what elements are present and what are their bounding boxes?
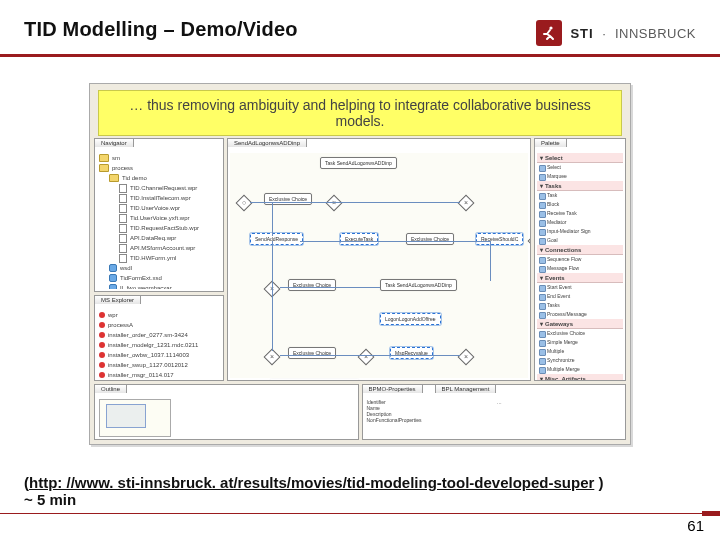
palette-item[interactable]: Marquee (537, 172, 623, 181)
model-icon (99, 352, 105, 358)
gate-x5-icon[interactable]: × (358, 349, 375, 366)
tree-item[interactable]: wpr (99, 310, 221, 320)
blue-icon (109, 274, 117, 282)
tree-item[interactable]: TidFormExt.xsd (99, 273, 221, 283)
palette-item[interactable]: Simple Merge (537, 338, 623, 347)
bpl-mgmt-tab[interactable]: BPL Management (435, 384, 497, 393)
node-logonadd[interactable]: LogonLogonAddOffree (380, 313, 441, 325)
chevron-down-icon: ▾ (540, 182, 543, 189)
outline-minimap[interactable] (99, 399, 171, 437)
palette-item[interactable]: Start Event (537, 283, 623, 292)
tree-item[interactable]: Tid.UserVoice.yxft.wpr (99, 213, 221, 223)
gate-end-icon[interactable]: ● (528, 233, 531, 250)
palette-item[interactable]: Multiple Merge (537, 365, 623, 374)
node-exclusive-3[interactable]: Exclusive Choice (288, 279, 336, 291)
properties-tab[interactable]: BPMO-Properties (362, 384, 423, 393)
node-exclusive-4[interactable]: Exclusive Choice (288, 347, 336, 359)
palette-item[interactable]: Input-Mediator Sign (537, 227, 623, 236)
gate-x4-icon[interactable]: × (264, 349, 281, 366)
palette-group-header[interactable]: ▾Select (537, 153, 623, 163)
node-task2[interactable]: Task SendAdLogonwsADDinp (380, 279, 457, 291)
diagram-canvas[interactable]: SendAdLogonwsADDinp Task SendAdLogonwsAD… (227, 138, 531, 381)
tree-item-label: TID.InstallTelecom.wpr (130, 193, 191, 203)
node-task-header[interactable]: Task SendAdLogonwsADDinp (320, 157, 397, 169)
tree-item-label: Tid demo (122, 173, 147, 183)
file-icon (119, 194, 127, 203)
palette-item[interactable]: Select (537, 163, 623, 172)
palette-item[interactable]: Message Flow (537, 264, 623, 273)
node-exclusive-2[interactable]: Exclusive Choice (406, 233, 454, 245)
palette-group-label: Tasks (545, 183, 562, 189)
tree-item[interactable]: TID.InstallTelecom.wpr (99, 193, 221, 203)
palette-group-header[interactable]: ▾Tasks (537, 181, 623, 191)
video-link[interactable]: http: //www. sti-innsbruck. at/results/m… (29, 474, 594, 491)
tree-item[interactable]: TID.HWForm.yml (99, 253, 221, 263)
tree-item[interactable]: sm (99, 153, 221, 163)
palette-tab[interactable]: Palette (534, 138, 567, 147)
palette-item[interactable]: Sequence Flow (537, 255, 623, 264)
tree-item[interactable]: API.MSformAccount.wpr (99, 243, 221, 253)
palette-item[interactable]: Block (537, 200, 623, 209)
property-cell (497, 417, 623, 423)
tree-item[interactable]: TID.ChannelRequest.wpr (99, 183, 221, 193)
page-title: TID Modelling – Demo/Video (24, 18, 298, 41)
model-icon (99, 372, 105, 378)
tree-item-label: installer_owbw_1037.1114003 (108, 350, 189, 360)
outline-pane[interactable]: Outline (94, 384, 359, 440)
navigator-tab[interactable]: Navigator (94, 138, 134, 147)
palette-pane[interactable]: Palette ▾SelectSelectMarquee▾TasksTaskBl… (534, 138, 626, 381)
palette-item[interactable]: End Event (537, 292, 623, 301)
canvas-tab[interactable]: SendAdLogonwsADDinp (227, 138, 307, 147)
ms-explorer-pane[interactable]: MS Explorer wprprocessAinstaller_order_0… (94, 295, 224, 381)
gate-x1-icon[interactable]: × (326, 195, 343, 212)
canvas-inner[interactable]: Task SendAdLogonwsADDinp ○ Exclusive Cho… (230, 153, 528, 378)
tree-item[interactable]: installer_swup_1127.0012012 (99, 360, 221, 370)
palette-item[interactable]: Synchronize (537, 356, 623, 365)
outline-tab[interactable]: Outline (94, 384, 127, 393)
tree-item[interactable]: installer_msgr_0114.017 (99, 370, 221, 378)
gate-x2-icon[interactable]: × (458, 195, 475, 212)
tree-item[interactable]: II_fwo.wegmbacxar (99, 283, 221, 289)
palette-item[interactable]: Receive Task (537, 209, 623, 218)
palette-group-header[interactable]: ▾Events (537, 273, 623, 283)
palette-group-header[interactable]: ▾Connections (537, 245, 623, 255)
tree-item[interactable]: wsdl (99, 263, 221, 273)
node-recv2[interactable]: MsgRecvvalue (390, 347, 433, 359)
chevron-down-icon: ▾ (540, 154, 543, 161)
palette-item[interactable]: Task (537, 191, 623, 200)
gate-x6-icon[interactable]: × (458, 349, 475, 366)
minimap-viewport[interactable] (106, 404, 146, 428)
palette-group-header[interactable]: ▾Misc. Artifacts (537, 374, 623, 381)
node-sendadd[interactable]: SendAddResponse (250, 233, 303, 245)
tree-item-label: TID.RequestFactStub.wpr (130, 223, 199, 233)
tree-item[interactable]: processA (99, 320, 221, 330)
palette-item[interactable]: Exclusive Choice (537, 329, 623, 338)
brand-logo: STI · INNSBRUCK (536, 18, 696, 46)
palette-item[interactable]: Mediator (537, 218, 623, 227)
tree-item[interactable]: installer_owbw_1037.1114003 (99, 350, 221, 360)
tree-item-label: installer_modelgr_1231.mdc.0211 (108, 340, 198, 350)
ms-explorer-tab[interactable]: MS Explorer (94, 295, 141, 304)
navigator-pane[interactable]: Navigator smprocessTid demoTID.ChannelRe… (94, 138, 224, 292)
palette-item[interactable]: Goal (537, 236, 623, 245)
tree-item[interactable]: TID.RequestFactStub.wpr (99, 223, 221, 233)
logo-mark-icon (536, 20, 562, 46)
tree-item[interactable]: Tid demo (99, 173, 221, 183)
node-receive[interactable]: ReceiveShouldC (476, 233, 523, 245)
node-synstart[interactable]: ExecuteTask (340, 233, 378, 245)
gate-start-icon[interactable]: ○ (236, 195, 253, 212)
tree-item[interactable]: installer_modelgr_1231.mdc.0211 (99, 340, 221, 350)
palette-item[interactable]: Multiple (537, 347, 623, 356)
tree-item-label: wpr (108, 310, 118, 320)
properties-pane[interactable]: BPMO-Properties BPL Management Identifie… (362, 384, 627, 440)
palette-item[interactable]: Process/Message (537, 310, 623, 319)
tree-item[interactable]: installer_order_0277.sm-3424 (99, 330, 221, 340)
palette-group-header[interactable]: ▾Gateways (537, 319, 623, 329)
palette-item[interactable]: Tasks (537, 301, 623, 310)
tree-item[interactable]: TID.UserVoice.wpr (99, 203, 221, 213)
tree-item[interactable]: process (99, 163, 221, 173)
logo-sub-text: INNSBRUCK (615, 26, 696, 41)
embedded-screenshot: … thus removing ambiguity and helping to… (89, 83, 631, 445)
tree-item[interactable]: API.DataReq.wpr (99, 233, 221, 243)
blue-icon (109, 284, 117, 289)
